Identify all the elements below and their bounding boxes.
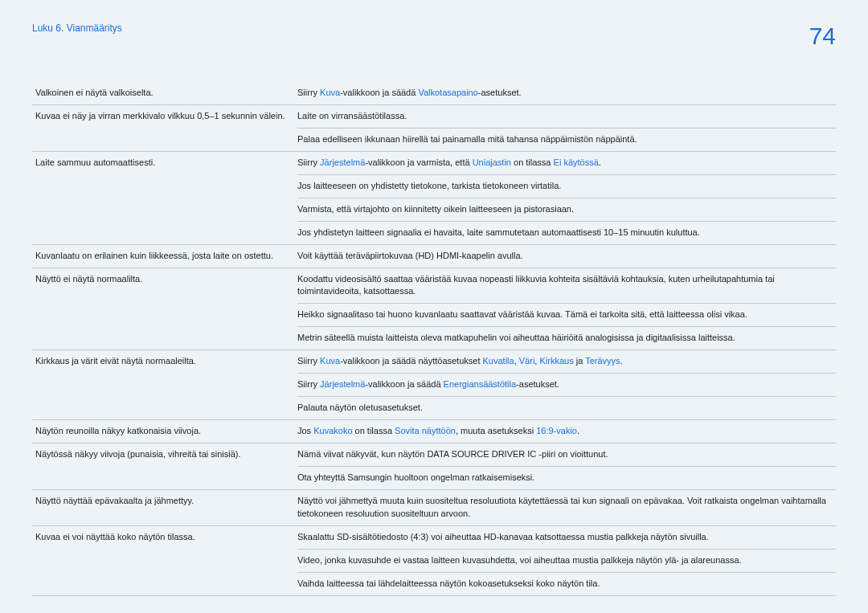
menu-term: Sovita näyttöön xyxy=(395,426,456,435)
table-row: Kirkkaus ja värit eivät näytä normaaleil… xyxy=(32,350,836,374)
solution-cell: Video, jonka kuvasuhde ei vastaa laittee… xyxy=(297,549,836,572)
table-row: Näytössä näkyy viivoja (punaisia, vihrei… xyxy=(32,443,836,467)
table-row: Näyttö ei näytä normaalilta.Koodattu vid… xyxy=(32,268,836,304)
table-row: Kuvaa ei näy ja virran merkkivalo vilkku… xyxy=(32,104,836,128)
table-row: Valkoinen ei näytä valkoiselta.Siirry Ku… xyxy=(32,82,836,104)
troubleshooting-table: Valkoinen ei näytä valkoiselta.Siirry Ku… xyxy=(32,82,836,596)
menu-term: Järjestelmä xyxy=(320,157,365,167)
solution-cell: Jos yhdistetyn laitteen signaalia ei hav… xyxy=(297,221,836,244)
solution-cell: Varmista, että virtajohto on kiinnitetty… xyxy=(297,198,836,221)
issue-cell: Näytössä näkyy viivoja (punaisia, vihrei… xyxy=(32,443,297,490)
menu-term: Järjestelmä xyxy=(320,379,365,389)
menu-term: Kuva xyxy=(320,88,340,97)
table-row: Kuvanlaatu on erilainen kuin liikkeessä,… xyxy=(32,244,836,268)
solution-cell: Heikko signaalitaso tai huono kuvanlaatu… xyxy=(297,304,836,327)
issue-cell: Näytön reunoilla näkyy katkonaisia viivo… xyxy=(32,420,297,443)
solution-cell: Jos laitteeseen on yhdistetty tietokone,… xyxy=(297,174,836,198)
menu-term: Ei käytössä xyxy=(554,157,599,167)
menu-term: Kuva xyxy=(320,356,340,366)
solution-cell: Voit käyttää teräväpiirtokuvaa (HD) HDMI… xyxy=(297,244,836,268)
solution-cell: Skaalattu SD-sisältötiedosto (4:3) voi a… xyxy=(297,525,836,549)
menu-term: Väri xyxy=(519,356,535,366)
menu-term: Kirkkaus xyxy=(539,356,573,366)
issue-cell: Kuvaa ei voi näyttää koko näytön tilassa… xyxy=(32,525,297,595)
solution-cell: Siirry Kuva-valikkoon ja säädä Valkotasa… xyxy=(297,82,836,104)
issue-cell: Valkoinen ei näytä valkoiselta. xyxy=(32,82,297,104)
issue-cell: Laite sammuu automaattisesti. xyxy=(32,151,297,244)
table-row: Laite sammuu automaattisesti.Siirry Järj… xyxy=(32,151,836,174)
menu-term: Uniajastin xyxy=(473,157,511,167)
issue-cell: Kirkkaus ja värit eivät näytä normaaleil… xyxy=(32,350,297,420)
table-row: Näyttö näyttää epävakaalta ja jähmettyy.… xyxy=(32,489,836,525)
menu-term: Kuvatila xyxy=(483,356,514,366)
solution-cell: Siirry Kuva-valikkoon ja säädä näyttöase… xyxy=(297,350,836,374)
solution-cell: Palaa edelliseen ikkunaan hiirellä tai p… xyxy=(297,128,836,151)
table-row: Näytön reunoilla näkyy katkonaisia viivo… xyxy=(32,420,836,443)
solution-cell: Vaihda laitteessa tai lähdelaitteessa nä… xyxy=(297,572,836,595)
issue-cell: Näyttö ei näytä normaalilta. xyxy=(32,268,297,350)
solution-cell: Jos Kuvakoko on tilassa Sovita näyttöön,… xyxy=(297,420,836,443)
table-row: Kuvaa ei voi näyttää koko näytön tilassa… xyxy=(32,525,836,549)
solution-cell: Metrin säteellä muista laitteista oleva … xyxy=(297,327,836,350)
issue-cell: Näyttö näyttää epävakaalta ja jähmettyy. xyxy=(32,489,297,525)
issue-cell: Kuvanlaatu on erilainen kuin liikkeessä,… xyxy=(32,244,297,268)
issue-cell: Kuvaa ei näy ja virran merkkivalo vilkku… xyxy=(32,104,297,151)
page-number: 74 xyxy=(809,22,836,50)
menu-term: Kuvakoko xyxy=(313,426,352,435)
solution-cell: Ota yhteyttä Samsungin huoltoon ongelman… xyxy=(297,466,836,489)
breadcrumb: Luku 6. Vianmääritys xyxy=(32,22,122,34)
menu-term: Energiansäästötila xyxy=(444,379,517,389)
solution-cell: Laite on virransäästötilassa. xyxy=(297,104,836,128)
solution-cell: Siirry Järjestelmä-valikkoon ja varmista… xyxy=(297,151,836,174)
solution-cell: Koodattu videosisältö saattaa vääristää … xyxy=(297,268,836,304)
solution-cell: Näyttö voi jähmettyä muuta kuin suositel… xyxy=(297,489,836,525)
menu-term: Valkotasapaino xyxy=(418,88,477,97)
menu-term: 16:9-vakio xyxy=(536,426,577,435)
solution-cell: Siirry Järjestelmä-valikkoon ja säädä En… xyxy=(297,374,836,397)
solution-cell: Palauta näytön oletusasetukset. xyxy=(297,397,836,420)
solution-cell: Nämä viivat näkyvät, kun näytön DATA SOU… xyxy=(297,443,836,467)
menu-term: Terävyys xyxy=(585,356,620,366)
